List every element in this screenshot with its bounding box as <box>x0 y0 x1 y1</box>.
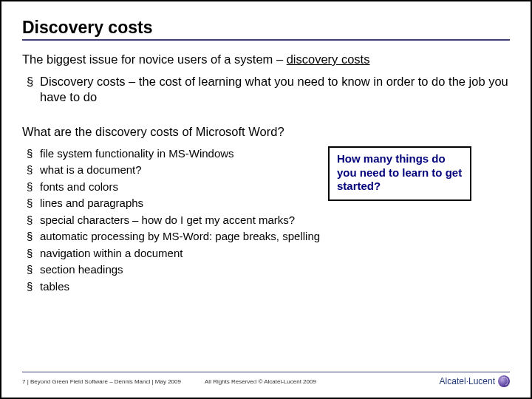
item-text: file system functionality in MS-Windows <box>40 146 234 161</box>
question-line: What are the discovery costs of Microsof… <box>22 125 510 139</box>
lead-text: The biggest issue for novice users of a … <box>22 52 287 66</box>
bullet-marker-icon: § <box>27 262 40 277</box>
item-text: what is a document? <box>40 163 142 177</box>
item-text: fonts and colors <box>40 180 118 194</box>
bullet-marker-icon: § <box>27 180 40 194</box>
list-item: §section headings <box>27 262 510 277</box>
footer-copyright: All Rights Reserved © Alcatel-Lucent 200… <box>205 378 316 385</box>
bullet-marker-icon: § <box>27 246 40 261</box>
item-text: lines and paragraphs <box>40 196 143 211</box>
list-item: §automatic processing by MS-Word: page b… <box>27 229 510 244</box>
list-item: §special characters – how do I get my ac… <box>27 213 510 228</box>
item-text: tables <box>40 279 69 294</box>
list-item: §navigation within a document <box>27 246 510 261</box>
bullet-marker-icon: § <box>27 146 40 161</box>
item-text: special characters – how do I get my acc… <box>40 213 295 228</box>
list-item: §tables <box>27 279 510 294</box>
lead-line: The biggest issue for novice users of a … <box>22 52 510 66</box>
definition-bullet: § Discovery costs – the cost of learning… <box>27 74 510 106</box>
footer-left: 7 | Beyond Green Field Software – Dennis… <box>22 378 181 385</box>
bullet-marker-icon: § <box>27 74 40 106</box>
slide: Discovery costs The biggest issue for no… <box>0 0 532 399</box>
example-block: §file system functionality in MS-Windows… <box>22 146 510 294</box>
brand-logo: Alcatel·Lucent <box>440 375 510 387</box>
bullet-marker-icon: § <box>27 196 40 211</box>
lead-underlined: discovery costs <box>287 52 370 66</box>
bullet-marker-icon: § <box>27 163 40 177</box>
bullet-marker-icon: § <box>27 213 40 228</box>
brand-name: Alcatel·Lucent <box>440 376 495 386</box>
bullet-marker-icon: § <box>27 279 40 294</box>
footer: 7 | Beyond Green Field Software – Dennis… <box>22 372 510 387</box>
item-text: section headings <box>40 262 123 277</box>
callout-box: How many things do you need to learn to … <box>328 146 471 201</box>
item-text: automatic processing by MS-Word: page br… <box>40 229 320 244</box>
globe-icon <box>498 375 510 387</box>
definition-text: Discovery costs – the cost of learning w… <box>40 74 510 106</box>
slide-title: Discovery costs <box>22 18 510 41</box>
item-text: navigation within a document <box>40 246 183 261</box>
bullet-marker-icon: § <box>27 229 40 244</box>
